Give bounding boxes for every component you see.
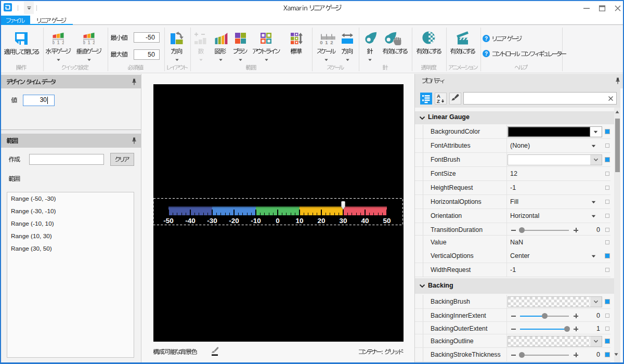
svg-text:50: 50 [383, 217, 391, 225]
svg-text:-20: -20 [229, 217, 239, 225]
svg-text:20: 20 [317, 217, 325, 225]
svg-text:-50: -50 [163, 217, 174, 225]
svg-text:0: 0 [83, 40, 85, 44]
svg-text:2: 2 [93, 40, 95, 44]
svg-text:?: ? [485, 51, 488, 57]
svg-text:0: 0 [320, 40, 322, 45]
svg-text:2: 2 [330, 40, 333, 45]
svg-text:2: 2 [62, 40, 64, 44]
svg-text:10: 10 [295, 217, 303, 225]
svg-text:40: 40 [361, 217, 369, 225]
svg-text:1: 1 [325, 40, 328, 45]
svg-text:-30: -30 [207, 217, 217, 225]
svg-text:0: 0 [276, 217, 280, 225]
svg-text:30: 30 [339, 217, 347, 225]
svg-text:-40: -40 [185, 217, 196, 225]
svg-text:?: ? [485, 36, 488, 42]
svg-text:1: 1 [88, 40, 90, 44]
svg-text:Z: Z [437, 98, 440, 104]
svg-text:0: 0 [53, 40, 55, 44]
svg-text:-10: -10 [251, 217, 261, 225]
svg-text:1: 1 [57, 40, 60, 44]
